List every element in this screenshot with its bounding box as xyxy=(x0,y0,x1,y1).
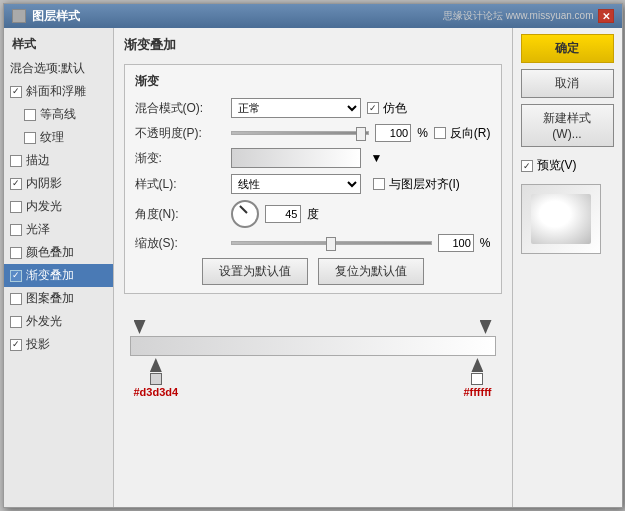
title-bar-left: 图层样式 xyxy=(12,8,80,25)
cb-texture[interactable] xyxy=(24,132,36,144)
sidebar-item-hunhe[interactable]: 混合选项:默认 xyxy=(4,57,113,80)
preview-label: 预览(V) xyxy=(537,157,577,174)
blend-mode-row: 混合模式(O): 正常 仿色 xyxy=(135,98,491,118)
angle-unit: 度 xyxy=(307,206,319,223)
reset-default-button[interactable]: 复位为默认值 xyxy=(318,258,424,285)
sidebar-item-bevel[interactable]: ✓ 斜面和浮雕 xyxy=(4,80,113,103)
cb-color-overlay[interactable] xyxy=(10,247,22,259)
gradient-panel: 渐变 混合模式(O): 正常 仿色 不透明度(P): xyxy=(124,64,502,294)
cb-contour[interactable] xyxy=(24,109,36,121)
angle-label: 角度(N): xyxy=(135,206,225,223)
opacity-slider-track[interactable] xyxy=(231,131,370,135)
align-checkbox-row[interactable]: 与图层对齐(I) xyxy=(373,176,460,193)
bottom-stop-right-arrow xyxy=(471,358,483,372)
cb-bevel[interactable]: ✓ xyxy=(10,86,22,98)
align-label: 与图层对齐(I) xyxy=(389,176,460,193)
dialog-body: 样式 混合选项:默认 ✓ 斜面和浮雕 等高线 纹理 描边 ✓ xyxy=(4,28,622,507)
style-select[interactable]: 线性 xyxy=(231,174,361,194)
cb-stroke[interactable] xyxy=(10,155,22,167)
scale-value-input[interactable] xyxy=(438,234,474,252)
sidebar-item-contour[interactable]: 等高线 xyxy=(4,103,113,126)
blend-mode-label: 混合模式(O): xyxy=(135,100,225,117)
sidebar: 样式 混合选项:默认 ✓ 斜面和浮雕 等高线 纹理 描边 ✓ xyxy=(4,28,114,507)
cb-outer-glow[interactable] xyxy=(10,316,22,328)
cancel-button[interactable]: 取消 xyxy=(521,69,614,98)
cb-satin[interactable] xyxy=(10,224,22,236)
scale-slider-container: % xyxy=(231,234,491,252)
scale-label: 缩放(S): xyxy=(135,235,225,252)
style-row: 样式(L): 线性 与图层对齐(I) xyxy=(135,174,491,194)
bottom-stop-right-color xyxy=(471,373,483,385)
sidebar-item-texture[interactable]: 纹理 xyxy=(4,126,113,149)
scale-unit: % xyxy=(480,236,491,250)
gradient-dropdown-arrow[interactable]: ▼ xyxy=(371,151,383,165)
style-label: 样式(L): xyxy=(135,176,225,193)
opacity-slider-thumb[interactable] xyxy=(356,127,366,141)
bottom-stops: #d3d3d4 #ffffff xyxy=(130,358,496,398)
cb-inner-glow[interactable] xyxy=(10,201,22,213)
preview-checkbox[interactable] xyxy=(521,160,533,172)
bottom-stop-left-color xyxy=(150,373,162,385)
align-checkbox[interactable] xyxy=(373,178,385,190)
set-default-button[interactable]: 设置为默认值 xyxy=(202,258,308,285)
dialog-window: 图层样式 思缘设计论坛 www.missyuan.com ✕ 样式 混合选项:默… xyxy=(3,3,623,508)
gradient-color-bar[interactable] xyxy=(130,336,496,356)
confirm-button[interactable]: 确定 xyxy=(521,34,614,63)
reverse-checkbox[interactable] xyxy=(434,127,446,139)
opacity-value-input[interactable] xyxy=(375,124,411,142)
gradient-panel-subtitle: 渐变 xyxy=(135,73,491,90)
watermark-text: 思缘设计论坛 www.missyuan.com xyxy=(443,9,594,23)
stop-left-label: #d3d3d4 xyxy=(134,386,179,398)
gradient-color-picker[interactable] xyxy=(231,148,361,168)
sidebar-item-gradient-overlay[interactable]: ✓ 渐变叠加 xyxy=(4,264,113,287)
bottom-buttons-row: 设置为默认值 复位为默认值 xyxy=(135,258,491,285)
cb-inner-shadow[interactable]: ✓ xyxy=(10,178,22,190)
cb-gradient-overlay[interactable]: ✓ xyxy=(10,270,22,282)
dither-checkbox[interactable] xyxy=(367,102,379,114)
gradient-label: 渐变: xyxy=(135,150,225,167)
sidebar-item-outer-glow[interactable]: 外发光 xyxy=(4,310,113,333)
dialog-icon xyxy=(12,9,26,23)
sidebar-item-inner-glow[interactable]: 内发光 xyxy=(4,195,113,218)
stop-right-label: #ffffff xyxy=(463,386,491,398)
gradient-preview-section: #d3d3d4 #ffffff xyxy=(124,304,502,426)
sidebar-item-stroke[interactable]: 描边 xyxy=(4,149,113,172)
title-bar: 图层样式 思缘设计论坛 www.missyuan.com ✕ xyxy=(4,4,622,28)
top-stop-left[interactable] xyxy=(134,320,146,334)
reverse-checkbox-row[interactable]: 反向(R) xyxy=(434,125,491,142)
scale-slider-track[interactable] xyxy=(231,241,432,245)
right-panel: 确定 取消 新建样式(W)... 预览(V) xyxy=(512,28,622,507)
bottom-stop-left[interactable]: #d3d3d4 xyxy=(134,358,179,398)
reverse-label: 反向(R) xyxy=(450,125,491,142)
gradient-color-row: 渐变: ▼ xyxy=(135,148,491,168)
opacity-row: 不透明度(P): % 反向(R) xyxy=(135,124,491,142)
preview-checkbox-row[interactable]: 预览(V) xyxy=(521,157,614,174)
sidebar-item-satin[interactable]: 光泽 xyxy=(4,218,113,241)
sidebar-item-pattern-overlay[interactable]: 图案叠加 xyxy=(4,287,113,310)
sidebar-item-shadow[interactable]: ✓ 投影 xyxy=(4,333,113,356)
dither-checkbox-row[interactable]: 仿色 xyxy=(367,100,407,117)
angle-value-input[interactable] xyxy=(265,205,301,223)
cb-shadow[interactable]: ✓ xyxy=(10,339,22,351)
angle-row: 角度(N): 度 xyxy=(135,200,491,228)
opacity-label: 不透明度(P): xyxy=(135,125,225,142)
scale-row: 缩放(S): % xyxy=(135,234,491,252)
bottom-stop-right[interactable]: #ffffff xyxy=(463,358,491,398)
angle-dial[interactable] xyxy=(231,200,259,228)
cb-pattern-overlay[interactable] xyxy=(10,293,22,305)
top-stops xyxy=(130,320,496,334)
top-stop-right[interactable] xyxy=(480,320,492,334)
preview-inner xyxy=(531,194,591,244)
close-button[interactable]: ✕ xyxy=(598,9,614,23)
sidebar-section-label: 样式 xyxy=(4,32,113,57)
scale-slider-thumb[interactable] xyxy=(326,237,336,251)
opacity-slider-container: % xyxy=(231,124,428,142)
new-style-button[interactable]: 新建样式(W)... xyxy=(521,104,614,147)
sidebar-item-color-overlay[interactable]: 颜色叠加 xyxy=(4,241,113,264)
bottom-stop-left-arrow xyxy=(150,358,162,372)
gradient-bar-wrapper: #d3d3d4 #ffffff xyxy=(124,308,502,422)
angle-needle xyxy=(239,205,247,213)
sidebar-item-inner-shadow[interactable]: ✓ 内阴影 xyxy=(4,172,113,195)
dither-label: 仿色 xyxy=(383,100,407,117)
blend-mode-select[interactable]: 正常 xyxy=(231,98,361,118)
